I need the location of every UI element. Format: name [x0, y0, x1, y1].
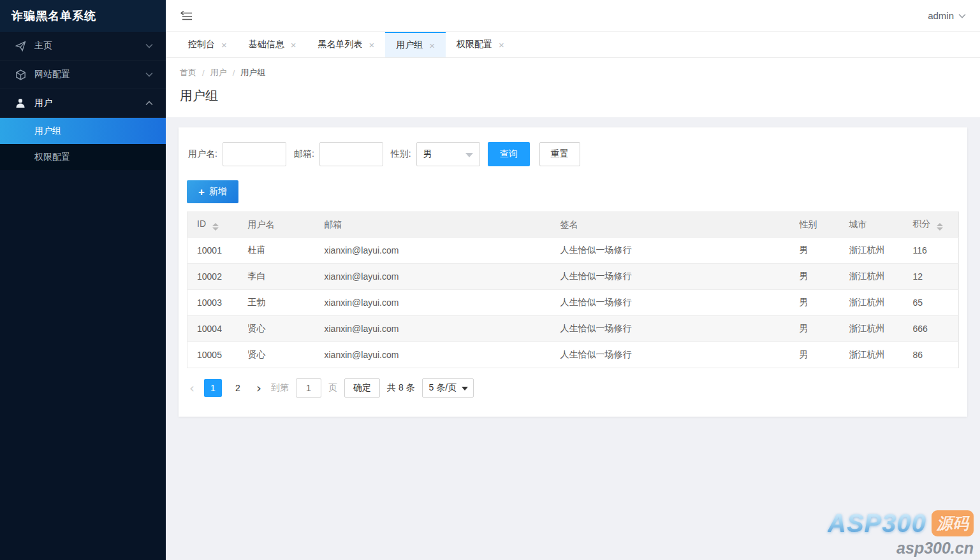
main-area: admin 控制台 × 基础信息 × 黑名单列表 × 用户组 × 权限配置 × …: [166, 0, 980, 560]
table-cell: 浙江杭州: [840, 342, 903, 368]
column-header-signature: 签名: [551, 212, 790, 238]
search-button[interactable]: 查询: [488, 142, 530, 166]
column-header-gender: 性别: [790, 212, 840, 238]
add-button-label: 新增: [209, 186, 227, 197]
sidebar-item-user-group[interactable]: 用户组: [0, 118, 166, 144]
table-cell: 贤心: [238, 316, 315, 342]
jump-suffix-label: 页: [328, 382, 337, 394]
search-form: 用户名: 邮箱: 性别: 男 查询 重置: [187, 142, 959, 166]
email-label: 邮箱:: [294, 148, 314, 160]
prev-page-icon[interactable]: ‹: [187, 382, 197, 394]
close-icon[interactable]: ×: [429, 41, 435, 50]
reset-button[interactable]: 重置: [539, 142, 580, 166]
table-cell: 浙江杭州: [840, 290, 903, 316]
page-head: 首页 / 用户 / 用户组 用户组: [166, 58, 980, 117]
table-cell: xianxin@layui.com: [315, 238, 551, 264]
breadcrumb-current: 用户组: [240, 67, 265, 78]
top-header: admin: [166, 0, 980, 32]
page-title: 用户组: [180, 87, 966, 104]
tab-label: 控制台: [188, 39, 215, 50]
page-button-2[interactable]: 2: [229, 379, 247, 397]
user-table: ID 用户名 邮箱 签名 性别 城市 积分 10001杜甫: [187, 212, 959, 368]
table-cell: 65: [903, 290, 959, 316]
plus-icon: +: [198, 187, 205, 197]
username-input[interactable]: [223, 142, 286, 166]
table-cell: 男: [790, 290, 840, 316]
table-cell: 人生恰似一场修行: [551, 264, 790, 290]
breadcrumb-separator: /: [233, 68, 235, 78]
column-header-score[interactable]: 积分: [903, 212, 959, 238]
table-cell: xianxin@layui.com: [315, 316, 551, 342]
table-row: 10005贤心xianxin@layui.com人生恰似一场修行男浙江杭州86: [187, 342, 959, 368]
sidebar-item-user[interactable]: 用户: [0, 89, 166, 118]
table-cell: 男: [790, 238, 840, 264]
table-cell: xianxin@layui.com: [315, 264, 551, 290]
column-label: 邮箱: [325, 219, 342, 229]
close-icon[interactable]: ×: [499, 40, 504, 50]
dropdown-arrow-icon: [465, 153, 473, 157]
column-header-username: 用户名: [238, 212, 315, 238]
username-label: 用户名:: [188, 148, 217, 160]
page-size-value: 5 条/页: [429, 382, 457, 394]
content: 用户名: 邮箱: 性别: 男 查询 重置 + 新增: [166, 117, 980, 560]
jump-page-input[interactable]: [296, 378, 321, 398]
close-icon[interactable]: ×: [291, 40, 296, 50]
sidebar-submenu: 用户组 权限配置: [0, 118, 166, 170]
table-body: 10001杜甫xianxin@layui.com人生恰似一场修行男浙江杭州116…: [187, 238, 959, 368]
table-cell: xianxin@layui.com: [315, 290, 551, 316]
table-cell: 10003: [187, 290, 238, 316]
gender-select-value: 男: [423, 148, 432, 160]
page-button-1[interactable]: 1: [204, 379, 222, 397]
email-input[interactable]: [319, 142, 383, 166]
table-cell: xianxin@layui.com: [315, 342, 551, 368]
table-cell: 男: [790, 264, 840, 290]
column-label: 城市: [849, 219, 867, 229]
add-button[interactable]: + 新增: [187, 180, 238, 203]
breadcrumb-separator: /: [202, 68, 205, 78]
table-cell: 王勃: [238, 290, 315, 316]
table-cell: 人生恰似一场修行: [551, 342, 790, 368]
sidebar-item-permission[interactable]: 权限配置: [0, 144, 166, 170]
table-cell: 杜甫: [238, 238, 315, 264]
tab-blacklist[interactable]: 黑名单列表 ×: [307, 32, 386, 57]
username: admin: [928, 10, 954, 21]
tab-user-group[interactable]: 用户组 ×: [385, 32, 446, 57]
tab-label: 黑名单列表: [318, 39, 363, 50]
next-page-icon[interactable]: ›: [254, 382, 264, 394]
table-cell: 12: [903, 264, 959, 290]
tab-console[interactable]: 控制台 ×: [177, 32, 238, 57]
user-menu[interactable]: admin: [928, 10, 966, 21]
table-cell: 人生恰似一场修行: [551, 290, 790, 316]
table-cell: 李白: [238, 264, 315, 290]
column-header-email: 邮箱: [315, 212, 551, 238]
breadcrumb-home[interactable]: 首页: [180, 67, 196, 78]
tab-permission[interactable]: 权限配置 ×: [446, 32, 515, 57]
column-label: 性别: [800, 219, 817, 229]
table-cell: 男: [790, 342, 840, 368]
close-icon[interactable]: ×: [369, 40, 375, 50]
breadcrumb-user[interactable]: 用户: [210, 67, 227, 78]
tab-basic-info[interactable]: 基础信息 ×: [238, 32, 307, 57]
sort-icon[interactable]: [212, 223, 219, 231]
sidebar-item-home[interactable]: 主页: [0, 32, 166, 61]
page-size-select[interactable]: 5 条/页: [422, 378, 474, 398]
confirm-button[interactable]: 确定: [344, 378, 380, 398]
column-header-id[interactable]: ID: [187, 212, 238, 238]
sidebar-item-site-config[interactable]: 网站配置: [0, 61, 166, 89]
table-row: 10001杜甫xianxin@layui.com人生恰似一场修行男浙江杭州116: [187, 238, 959, 264]
dropdown-arrow-icon: [462, 387, 468, 391]
collapse-menu-icon[interactable]: [180, 10, 193, 21]
sidebar-filler: [0, 170, 166, 560]
table-cell: 贤心: [238, 342, 315, 368]
user-icon: [14, 97, 27, 110]
table-cell: 116: [903, 238, 959, 264]
table-cell: 10001: [187, 238, 238, 264]
gender-select[interactable]: 男: [416, 142, 480, 166]
chevron-down-icon: [145, 72, 153, 77]
sort-icon[interactable]: [937, 223, 943, 231]
table-cell: 男: [790, 316, 840, 342]
sidebar-item-label: 主页: [34, 40, 145, 52]
close-icon[interactable]: ×: [221, 40, 227, 50]
column-label: ID: [197, 219, 206, 229]
table-row: 10002李白xianxin@layui.com人生恰似一场修行男浙江杭州12: [187, 264, 959, 290]
